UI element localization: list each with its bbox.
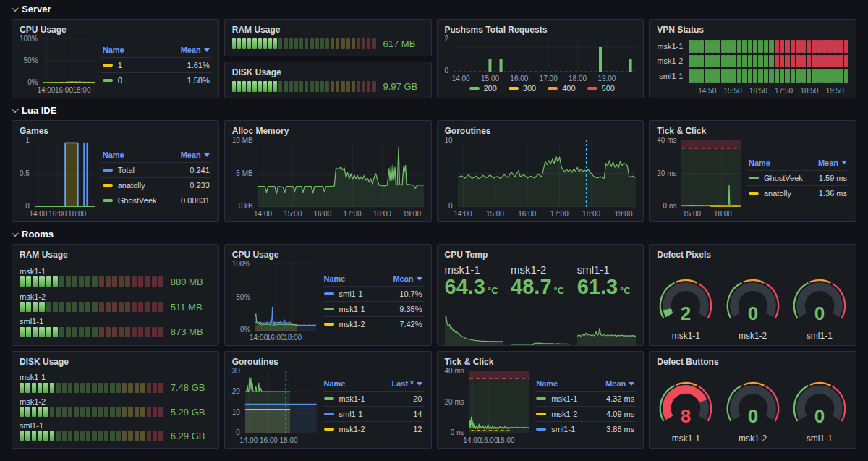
gauge-cell <box>104 407 109 417</box>
legend-header-name[interactable]: Name <box>536 379 558 388</box>
legend-row[interactable]: msk1-27.42% <box>323 316 424 331</box>
section-header-rooms[interactable]: Rooms <box>12 228 862 240</box>
legend-row[interactable]: msk1-212 <box>323 421 424 436</box>
legend-series-name: sml1-1 <box>551 425 575 433</box>
legend-row[interactable]: GhostVeek1.59 ms <box>747 170 848 185</box>
legend-header-value[interactable]: Last * <box>392 379 422 388</box>
panel-title[interactable]: Defect Pixels <box>650 245 856 262</box>
gauge-cell <box>128 431 132 441</box>
bar-gauge-row: sml1-1 6.29 GB <box>12 421 218 441</box>
legend-header-name[interactable]: Name <box>103 151 124 159</box>
tick-click-chart: 40 ms20 ms0 ns14:0016:0018:00 <box>445 371 529 444</box>
plot-area[interactable] <box>258 140 424 207</box>
legend-row[interactable]: msk1-120 <box>323 391 424 406</box>
panel-title[interactable]: RAM Usage <box>12 245 218 262</box>
stat-msk1-2: msk1-2 48.7°C <box>511 262 570 345</box>
legend-header-value[interactable]: Mean <box>818 158 847 167</box>
legend-row[interactable]: 11.61% <box>101 57 211 72</box>
gauge-cell <box>46 302 51 312</box>
plot-area[interactable] <box>681 140 741 207</box>
legend-row[interactable]: anatolly0.233 <box>101 177 211 193</box>
legend-item[interactable]: 200 <box>469 84 497 93</box>
legend-series-name: sml1-1 <box>339 289 363 298</box>
gauge-msk1-2: 0 msk1-2 <box>720 369 786 444</box>
gauge-cell <box>158 431 163 441</box>
ram-bar-gauge <box>20 276 163 287</box>
panel-title[interactable]: RAM Usage <box>225 20 431 37</box>
gauge-cell <box>62 407 67 417</box>
legend-series-value: 1.59 ms <box>819 174 847 182</box>
gauge-cell <box>128 383 132 393</box>
plot-area[interactable] <box>255 263 316 331</box>
bar-gauge-row: msk1-1 880 MB <box>12 267 218 287</box>
panel-title[interactable]: Goroutines <box>438 121 644 138</box>
panel-title[interactable]: DISK Usage <box>225 62 431 80</box>
section-header-server[interactable]: Server <box>12 3 862 14</box>
panel-cpu-temp: CPU Temp msk1-1 64.3°C msk1-2 48.7°C sml… <box>437 244 644 346</box>
svg-text:0: 0 <box>814 405 825 427</box>
legend-header-value[interactable]: Mean <box>605 379 634 388</box>
panel-title[interactable]: Pushsms Total Requests <box>438 20 644 37</box>
legend-header-value[interactable]: Mean <box>181 151 210 159</box>
panel-title[interactable]: VPN Status <box>650 20 856 37</box>
legend-header-value[interactable]: Mean <box>181 46 210 54</box>
legend-row[interactable]: sml1-13.88 ms <box>535 421 636 436</box>
panel-title[interactable]: CPU Temp <box>438 245 644 262</box>
legend-header-name[interactable]: Name <box>324 379 346 388</box>
panel-title[interactable]: CPU Usage <box>225 245 431 262</box>
gauge: 0 <box>720 377 786 432</box>
plot-area[interactable] <box>469 371 529 433</box>
legend-row[interactable]: Total0.241 <box>101 162 211 177</box>
panel-title[interactable]: Alloc Memory <box>225 121 431 138</box>
panel-title[interactable]: Games <box>12 121 218 138</box>
legend-item[interactable]: 500 <box>587 84 615 93</box>
status-strip[interactable] <box>689 55 848 68</box>
gauge-cell <box>32 431 36 441</box>
legend-row[interactable]: sml1-110.7% <box>323 286 424 301</box>
legend-header-name[interactable]: Name <box>749 158 770 167</box>
legend-row[interactable]: sml1-114 <box>323 406 424 421</box>
sort-caret-icon <box>417 382 422 386</box>
legend-row[interactable]: GhostVeek0.00831 <box>101 193 211 208</box>
legend-header-value[interactable]: Mean <box>393 274 422 283</box>
legend-row[interactable]: msk1-19.35% <box>323 301 424 316</box>
plot-area[interactable] <box>454 38 636 72</box>
gauge-cell <box>352 38 355 49</box>
plot-area[interactable] <box>458 140 637 207</box>
legend-item[interactable]: 300 <box>509 84 536 93</box>
legend-header-name[interactable]: Name <box>324 274 346 283</box>
legend-row[interactable]: msk1-14.32 ms <box>535 391 636 406</box>
legend-item[interactable]: 400 <box>548 84 575 93</box>
panel-title[interactable]: CPU Usage <box>12 20 218 37</box>
gauge-cell <box>352 81 355 92</box>
legend-row[interactable]: 01.58% <box>101 72 211 88</box>
panel-title[interactable]: Goroutines <box>225 352 431 369</box>
legend-row[interactable]: msk1-24.09 ms <box>535 406 636 421</box>
gauge-cell <box>268 38 272 49</box>
legend-header-name[interactable]: Name <box>103 46 124 54</box>
gauge-cell <box>289 38 293 49</box>
panel-title[interactable]: Tick & Click <box>438 352 644 369</box>
plot-area[interactable] <box>245 371 317 433</box>
panel-title[interactable]: Defect Buttons <box>650 352 856 369</box>
stat-value: 64.3°C <box>445 276 504 299</box>
gauge-cell <box>92 431 96 441</box>
legend-series-name: anatolly <box>764 189 791 198</box>
gauge-cell <box>74 383 78 393</box>
gauge-cell <box>26 302 31 312</box>
status-strip[interactable] <box>689 69 848 83</box>
status-strip[interactable] <box>689 40 848 53</box>
gauge-cell <box>110 407 114 417</box>
section-header-lua-ide[interactable]: Lua IDE <box>12 104 862 116</box>
panel-title[interactable]: DISK Usage <box>12 352 218 369</box>
plot-area[interactable] <box>35 140 95 207</box>
gauge-cell <box>336 38 339 49</box>
panel-title[interactable]: Tick & Click <box>650 121 856 138</box>
gauge-label: msk1-2 <box>739 331 767 341</box>
ram-value: 617 MB <box>383 38 424 49</box>
pushsms-chart: 2014:0015:0016:0017:0018:0019:00 <box>445 38 637 82</box>
legend-row[interactable]: anatolly1.36 ms <box>747 185 848 200</box>
gauge-cell <box>258 81 262 92</box>
plot-area[interactable] <box>43 38 95 83</box>
gauge-cell <box>273 81 277 92</box>
